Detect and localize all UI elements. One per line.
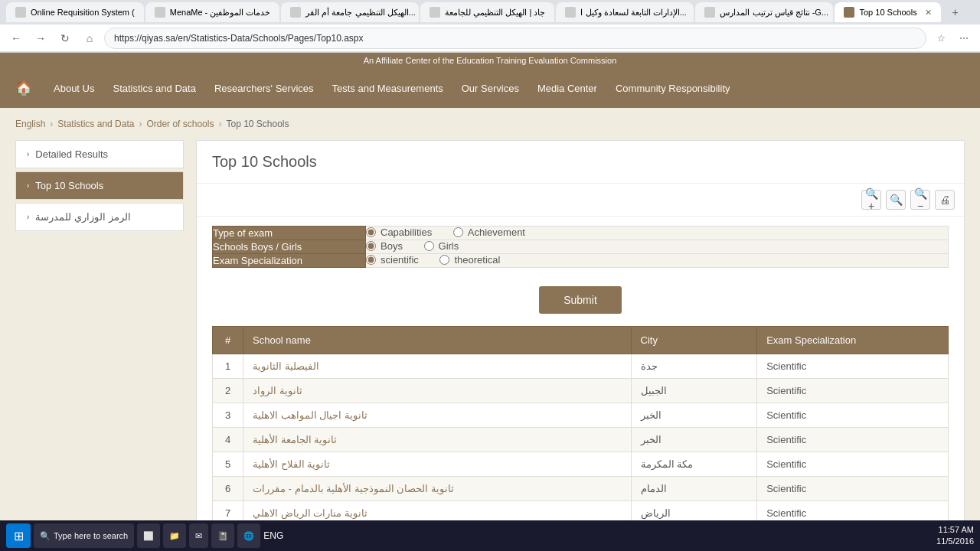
school-link[interactable]: ثانوية الجامعة الأهلية xyxy=(253,434,337,445)
cell-school-name: ثانوية الرواد xyxy=(243,379,632,403)
cell-spec: Scientific xyxy=(757,428,949,452)
label-capabilities-text: Capabilities xyxy=(381,227,432,238)
radio-boys[interactable] xyxy=(366,241,376,251)
label-theoretical-text: theoretical xyxy=(454,254,500,266)
taskbar-onenote[interactable]: 📓 xyxy=(211,523,234,548)
page-wrapper: An Affiliate Center of the Education Tra… xyxy=(0,53,980,551)
content-area: Top 10 Schools 🔍+ 🔍 🔍− 🖨 xyxy=(196,140,965,551)
cell-spec: Scientific xyxy=(757,354,949,379)
tab-label-5: الإدارات التابعة لسعادة وكيل ا... xyxy=(580,8,686,18)
nav-services[interactable]: Our Services xyxy=(452,70,528,106)
cell-city: الدمام xyxy=(631,477,757,501)
sidebar-item-code-label: الرمز الوزاري للمدرسة xyxy=(35,211,130,223)
radio-theoretical[interactable] xyxy=(439,255,449,265)
radio-scientific[interactable] xyxy=(366,255,376,265)
cell-school-name: ثانوية اجيال المواهب الاهلية xyxy=(243,403,632,428)
search-icon: 🔍 xyxy=(40,531,51,541)
label-boys[interactable]: Boys xyxy=(366,240,403,252)
submit-button[interactable]: Submit xyxy=(539,286,622,314)
school-link[interactable]: ثانوية الحصان النموذجية الأهلية بالدمام … xyxy=(253,483,454,494)
form-area: Type of exam Capabilities Achievement xyxy=(197,217,964,277)
label-girls[interactable]: Girls xyxy=(424,240,459,252)
bookmark-button[interactable]: ☆ xyxy=(931,28,951,48)
form-label-exam-type: Type of exam xyxy=(213,227,366,240)
taskbar-email[interactable]: ✉ xyxy=(189,523,208,548)
taskbar-time: 11:57 AM xyxy=(936,524,974,536)
browser-chrome: Online Requisition System ( MenaMe - خدم… xyxy=(0,0,980,53)
print-button[interactable]: 🖨 xyxy=(935,190,955,210)
sidebar-item-top10[interactable]: › Top 10 Schools xyxy=(15,171,184,200)
school-link[interactable]: ثانوية الرواد xyxy=(253,385,302,396)
browser-tab-1[interactable]: Online Requisition System ( xyxy=(6,2,144,22)
back-button[interactable]: ← xyxy=(6,28,26,48)
tab-favicon-3 xyxy=(290,7,301,18)
results-table: # School name City Exam Specialization 1… xyxy=(212,326,949,551)
address-bar[interactable] xyxy=(104,28,926,49)
cell-city: الخبر xyxy=(631,403,757,428)
browser-tab-7[interactable]: Top 10 Schools ✕ xyxy=(835,2,940,22)
cell-city: جدة xyxy=(631,354,757,379)
sidebar-item-code[interactable]: › الرمز الوزاري للمدرسة xyxy=(15,203,184,231)
refresh-button[interactable]: ↻ xyxy=(55,28,75,48)
home-button[interactable]: ⌂ xyxy=(80,28,100,48)
taskbar-browser[interactable]: 🌐 xyxy=(237,523,260,548)
form-label-schools: Schools Boys / Girls xyxy=(213,240,366,254)
browser-tab-3[interactable]: الهيكل التنظيمي جامعة أم القر... xyxy=(281,2,419,22)
start-button[interactable]: ⊞ xyxy=(6,523,31,548)
sidebar-item-detailed[interactable]: › Detailed Results xyxy=(15,140,184,168)
cell-city: الخبر xyxy=(631,428,757,452)
label-achievement[interactable]: Achievement xyxy=(453,227,525,238)
browser-tabs: Online Requisition System ( MenaMe - خدم… xyxy=(0,0,980,24)
school-link[interactable]: ثانوية اجيال المواهب الاهلية xyxy=(253,409,368,421)
cell-rank: 2 xyxy=(213,379,243,403)
tab-close-icon[interactable]: ✕ xyxy=(925,8,932,18)
label-scientific[interactable]: scientific xyxy=(366,254,419,266)
forward-button[interactable]: → xyxy=(31,28,51,48)
breadcrumb-order[interactable]: Order of schools xyxy=(146,119,214,129)
form-table: Type of exam Capabilities Achievement xyxy=(212,226,949,268)
tab-favicon-6 xyxy=(704,7,715,18)
content-header: Top 10 Schools xyxy=(197,141,964,184)
school-link[interactable]: الفيصلية الثانوية xyxy=(253,360,319,372)
taskbar-file-explorer[interactable]: 📁 xyxy=(163,523,186,548)
browser-tab-4[interactable]: جاد | الهيكل التنظيمي للجامعة xyxy=(420,2,554,22)
browser-tab-6[interactable]: نتائج قياس ترتيب المدارس -G... xyxy=(695,2,833,22)
tab-favicon-5 xyxy=(565,7,576,18)
taskbar-date: 11/5/2016 xyxy=(936,536,974,547)
nav-about-us[interactable]: About Us xyxy=(44,70,103,106)
label-capabilities[interactable]: Capabilities xyxy=(366,227,432,238)
nav-statistics[interactable]: Statistics and Data xyxy=(103,70,204,106)
zoom-reset-button[interactable]: 🔍 xyxy=(886,190,906,210)
new-tab-button[interactable]: + xyxy=(946,2,965,22)
settings-button[interactable]: ⋯ xyxy=(954,28,974,48)
nav-researchers[interactable]: Researchers' Services xyxy=(205,70,323,106)
nav-media[interactable]: Media Center xyxy=(528,70,606,106)
school-link[interactable]: ثانوية الفلاح الأهلية xyxy=(253,458,330,470)
breadcrumb-statistics[interactable]: Statistics and Data xyxy=(57,119,134,129)
radio-achievement[interactable] xyxy=(453,227,463,237)
affiliate-text: An Affiliate Center of the Education Tra… xyxy=(364,56,617,65)
zoom-in-button[interactable]: 🔍+ xyxy=(861,190,881,210)
navbar: 🏠 About Us Statistics and Data Researche… xyxy=(0,68,980,108)
browser-actions: ☆ ⋯ xyxy=(931,28,974,48)
browser-tab-5[interactable]: الإدارات التابعة لسعادة وكيل ا... xyxy=(556,2,694,22)
table-row: 6 ثانوية الحصان النموذجية الأهلية بالدما… xyxy=(213,477,949,501)
taskbar-cortana[interactable]: ⬜ xyxy=(137,523,160,548)
radio-girls[interactable] xyxy=(424,241,434,251)
form-row-schools: Schools Boys / Girls Boys Girls xyxy=(213,240,949,254)
tab-label-7: Top 10 Schools xyxy=(859,8,916,17)
school-link[interactable]: ثانوية منارات الرياض الاهلي xyxy=(253,507,368,519)
breadcrumb-english[interactable]: English xyxy=(15,119,45,129)
nav-community[interactable]: Community Responsibility xyxy=(606,70,740,106)
cell-city: الجبيل xyxy=(631,379,757,403)
table-row: 2 ثانوية الرواد الجبيل Scientific xyxy=(213,379,949,403)
taskbar-search[interactable]: 🔍 Type here to search xyxy=(34,523,134,548)
label-theoretical[interactable]: theoretical xyxy=(439,254,500,266)
taskbar: ⊞ 🔍 Type here to search ⬜ 📁 ✉ 📓 🌐 ENG 11… xyxy=(0,520,980,551)
zoom-out-button[interactable]: 🔍− xyxy=(910,190,930,210)
home-nav-icon[interactable]: 🏠 xyxy=(9,73,38,103)
form-input-exam-type: Capabilities Achievement xyxy=(366,227,949,240)
radio-capabilities[interactable] xyxy=(366,227,376,237)
nav-tests[interactable]: Tests and Measurements xyxy=(323,70,452,106)
browser-tab-2[interactable]: MenaMe - خدمات الموظفين xyxy=(145,2,280,22)
